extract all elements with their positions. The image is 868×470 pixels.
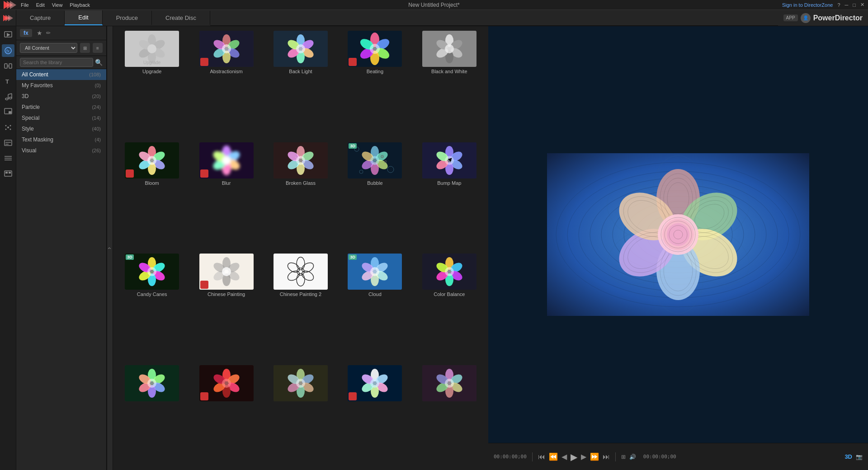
play-end-btn[interactable]: ⏭ [603,453,610,461]
effect-item-row4-4[interactable] [338,362,412,469]
effect-thumb-colorbalance [422,254,476,290]
effect-item-row4-3[interactable] [264,362,338,469]
effect-item-bloom[interactable]: Bloom [115,140,189,251]
effect-thumb-beating [348,31,402,67]
effect-item-chinesepainting[interactable]: Chinese Painting [189,251,263,362]
effect-item-row4-1[interactable] [115,362,189,469]
tab-edit[interactable]: Edit [65,10,102,25]
app-icon-small [3,15,13,21]
fx-label: fx [20,29,32,37]
effect-item-beating[interactable]: Beating [338,28,412,140]
category-item-visual[interactable]: Visual (26) [16,145,106,156]
sign-in-link[interactable]: Sign in to DirectorZone [782,2,833,8]
sidebar-icon-particles[interactable] [2,121,14,134]
effect-item-brokenglass[interactable]: Broken Glass [264,140,338,251]
sidebar-icon-transitions[interactable] [2,60,14,72]
svg-point-108 [370,156,379,165]
app-name-label: PowerDirector [813,14,863,22]
badge-red-blur [200,169,208,178]
effect-item-upgrade[interactable]: Upgrade Upgrade [115,28,189,140]
tab-produce[interactable]: Produce [103,11,152,25]
play-start-btn[interactable]: ⏮ [538,453,545,461]
snapshot-btn[interactable]: 📷 [856,454,863,460]
fullscreen-btn[interactable]: ⊞ [621,454,626,460]
step-back-btn[interactable]: ◀ [561,452,567,461]
3d-btn[interactable]: 3D [844,453,852,460]
user-avatar[interactable]: 👤 [801,13,811,23]
sidebar-icon-music[interactable] [2,90,14,103]
sidebar-icon-pip[interactable] [2,106,14,118]
category-item-special[interactable]: Special (14) [16,113,106,123]
minimize-btn[interactable]: ─ [845,2,849,8]
prev-frame-btn[interactable]: ⏪ [549,452,558,461]
search-box[interactable] [20,58,93,67]
svg-point-15 [9,97,12,99]
svg-point-50 [222,44,231,53]
svg-rect-20 [9,111,11,113]
effect-thumb-bumpmap [422,142,476,179]
effect-item-row4-2[interactable] [189,362,263,469]
effect-thumb-brokenglass [274,142,328,179]
effect-item-blackwhite[interactable]: Black and White [412,28,486,140]
badge-3d-cloud: 3D [349,254,357,260]
effect-thumb-row4-5 [422,365,476,401]
menu-file[interactable]: File [21,2,29,8]
effect-label-bubble: Bubble [367,180,382,186]
category-label-visual: Visual [22,147,36,154]
svg-rect-139 [274,254,328,290]
sidebar-icon-effects[interactable]: fx [2,44,14,57]
category-item-style[interactable]: Style (40) [16,123,106,134]
effect-item-blur[interactable]: Blur [189,140,263,251]
list-view-icon[interactable]: ≡ [93,43,103,53]
search-input[interactable] [23,60,90,65]
search-icon[interactable]: 🔍 [95,59,103,66]
category-item-3d[interactable]: 3D (20) [16,91,106,102]
play-btn[interactable]: ▶ [571,451,577,462]
sidebar-icon-slideshow[interactable] [2,167,14,180]
category-count-all: (108) [89,72,101,77]
menu-playback[interactable]: Playback [70,2,90,8]
maximize-btn[interactable]: □ [853,2,856,8]
sidebar-icon-media[interactable] [2,29,14,42]
tab-create-disc[interactable]: Create Disc [152,11,210,25]
effect-item-cloud[interactable]: 3D Cloud [338,251,412,362]
effect-item-row4-5[interactable] [412,362,486,469]
volume-btn[interactable]: 🔊 [629,454,636,460]
category-filter-select[interactable]: All Content 3D Particle Special Style Te… [20,43,77,53]
category-item-all[interactable]: All Content (108) [16,69,106,80]
menu-view[interactable]: View [52,2,63,8]
sidebar-icon-titles[interactable]: T [2,75,14,88]
star-icon[interactable]: ★ [37,29,42,37]
grid-view-icon[interactable]: ⊞ [80,43,90,53]
help-icon[interactable]: ? [837,2,840,8]
step-forward-btn[interactable]: ▶ [581,452,586,461]
timecode-start: 00:00:00;00 [494,454,527,460]
category-count-style: (40) [92,126,101,132]
tab-capture[interactable]: Capture [16,11,65,25]
svg-rect-33 [5,172,8,174]
effect-item-candycanes[interactable]: 3D Candy Canes [115,251,189,362]
category-item-favorites[interactable]: My Favorites (0) [16,80,106,91]
sidebar-icon-subtitles[interactable] [2,136,14,149]
effect-item-backlight[interactable]: Back Light [264,28,338,140]
svg-point-74 [445,44,454,53]
effect-item-bumpmap[interactable]: Bump Map [412,140,486,251]
next-frame-btn[interactable]: ⏩ [590,452,599,461]
effect-item-chinesepainting2[interactable]: Chinese Painting 2 [264,251,338,362]
badge-3d-candycanes: 3D [126,254,134,260]
category-item-textmasking[interactable]: Text Masking (4) [16,134,106,145]
close-btn[interactable]: ✕ [860,2,864,8]
effect-item-bubble[interactable]: 3D [338,140,412,251]
menu-edit[interactable]: Edit [36,2,45,8]
pencil-icon[interactable]: ✏ [46,30,51,36]
sidebar-icon-chapters[interactable] [2,152,14,164]
category-count-favorites: (0) [95,83,101,88]
effect-item-abstractionism[interactable]: Abstractionism [189,28,263,140]
panel-collapse-button[interactable]: ‹ [107,26,113,470]
svg-point-243 [667,223,689,246]
content-area: Upgrade Upgrade [113,26,488,470]
top-right-area: Sign in to DirectorZone ? ─ □ ✕ [782,2,864,8]
effect-item-colorbalance[interactable]: Color Balance [412,251,486,362]
svg-text:T: T [5,78,9,85]
category-item-particle[interactable]: Particle (24) [16,102,106,113]
